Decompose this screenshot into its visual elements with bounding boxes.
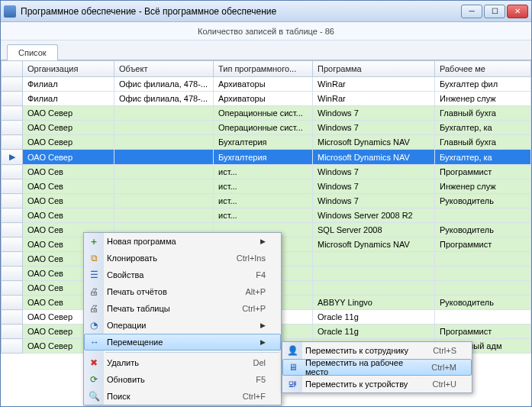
row-indicator xyxy=(2,296,23,310)
cell xyxy=(114,165,214,179)
menu-refresh[interactable]: ⟳ Обновить F5 xyxy=(84,371,281,388)
app-window: Программное обеспечение - Всё программно… xyxy=(0,0,532,407)
col-object[interactable]: Объект xyxy=(114,61,214,77)
tabstrip: Список xyxy=(1,40,531,60)
cell: Бухгалтер фил xyxy=(435,77,531,92)
cell: Microsoft Dynamics NAV xyxy=(313,150,435,165)
menu-print-table[interactable]: 🖨 Печать таблицы Ctrl+P xyxy=(84,300,281,317)
cell: Архиваторы xyxy=(214,92,313,106)
menu-move[interactable]: ↔ Перемещение ▶ xyxy=(84,334,281,350)
table-row[interactable]: ОАО СеверОперационные сист...Windows 7Гл… xyxy=(2,106,531,121)
table-row[interactable]: ФилиалОфис филиала, 478-...АрхиваторыWin… xyxy=(2,77,531,92)
cell: ист... xyxy=(214,179,313,194)
col-workplace[interactable]: Рабочее ме xyxy=(435,61,531,77)
menu-print-reports[interactable]: 🖨 Печать отчётов Alt+P xyxy=(84,283,281,300)
cell: Бухгалтерия xyxy=(214,135,313,150)
table-row[interactable]: ОАО Севист...Windows 7Руководитель xyxy=(2,194,531,208)
cell: Архиваторы xyxy=(214,77,313,92)
menu-operations[interactable]: ◔ Операции ▶ xyxy=(84,317,281,334)
table-row[interactable]: ОАО СеверБухгалтерияMicrosoft Dynamics N… xyxy=(2,135,531,150)
cell: Программист xyxy=(435,325,531,339)
cell: Microsoft Dynamics NAV xyxy=(313,237,435,252)
printer-icon: 🖨 xyxy=(88,302,100,315)
cell: Windows 7 xyxy=(313,106,435,121)
grid-container: Организация Объект Тип программного... П… xyxy=(1,60,531,406)
row-indicator xyxy=(2,310,23,325)
cell: Программист xyxy=(435,237,531,252)
menu-new-program[interactable]: ＋ Новая программа ▶ xyxy=(84,233,281,250)
row-indicator xyxy=(2,281,23,296)
titlebar: Программное обеспечение - Всё программно… xyxy=(1,1,531,22)
col-type[interactable]: Тип программного... xyxy=(214,61,313,77)
cell: Windows 7 xyxy=(313,179,435,194)
maximize-button[interactable]: ☐ xyxy=(484,5,505,18)
cell: Бухгалтер, ка xyxy=(435,121,531,135)
submenu-move-employee[interactable]: 👤 Переместить к сотруднику Ctrl+S xyxy=(282,342,472,359)
cell: Главный бухга xyxy=(435,106,531,121)
cell: ОАО Север xyxy=(23,121,114,135)
row-indicator xyxy=(2,92,23,106)
monitor-icon: 🖥 xyxy=(287,361,299,373)
menu-clone[interactable]: ⧉ Клонировать Ctrl+Ins xyxy=(84,250,281,266)
cell: Бухгалтерия xyxy=(214,150,313,165)
cell: Windows Server 2008 R2 xyxy=(313,208,435,223)
cell xyxy=(114,106,214,121)
window-controls: ─ ☐ ✕ xyxy=(461,5,528,18)
cell: Windows 7 xyxy=(313,194,435,208)
row-indicator: ▶ xyxy=(2,150,23,165)
cell: Windows 7 xyxy=(313,165,435,179)
delete-icon: ✖ xyxy=(88,357,100,369)
table-row[interactable]: ОАО СеверОперационные сист...Windows 7Бу… xyxy=(2,121,531,135)
submenu-move-device[interactable]: 🖳 Переместить к устройству Ctrl+U xyxy=(282,376,472,392)
table-row[interactable]: ОАО Севист...Windows 7Программист xyxy=(2,165,531,179)
app-icon xyxy=(4,5,16,18)
cell: Филиал xyxy=(23,92,114,106)
col-org[interactable]: Организация xyxy=(23,61,114,77)
cell: Операционные сист... xyxy=(214,106,313,121)
row-indicator xyxy=(2,208,23,223)
window-title: Программное обеспечение - Всё программно… xyxy=(21,6,461,17)
minimize-button[interactable]: ─ xyxy=(461,5,482,18)
table-row[interactable]: ОАО Севист...Windows Server 2008 R2 xyxy=(2,208,531,223)
menu-search[interactable]: 🔍 Поиск Ctrl+F xyxy=(84,388,281,405)
cell: Операционные сист... xyxy=(214,121,313,135)
row-indicator xyxy=(2,252,23,266)
cell: ОАО Сев xyxy=(23,179,114,194)
submenu-arrow-icon: ▶ xyxy=(260,321,266,329)
cell: ист... xyxy=(214,208,313,223)
cell: Руководитель xyxy=(435,296,531,310)
properties-icon: ☰ xyxy=(88,269,100,281)
menu-properties[interactable]: ☰ Свойства F4 xyxy=(84,266,281,283)
cell: Oracle 11g xyxy=(313,325,435,339)
cell: ОАО Сев xyxy=(23,208,114,223)
cell: Инженер служ xyxy=(435,92,531,106)
table-row[interactable]: ОАО Севист...Windows 7Инженер служ xyxy=(2,179,531,194)
close-button[interactable]: ✕ xyxy=(507,5,528,18)
table-row[interactable]: ФилиалОфис филиала, 478-...АрхиваторыWin… xyxy=(2,92,531,106)
cell: ABBYY Lingvo xyxy=(313,296,435,310)
table-row[interactable]: ▶ОАО СеверБухгалтерияMicrosoft Dynamics … xyxy=(2,150,531,165)
submenu-arrow-icon: ▶ xyxy=(260,237,266,245)
row-indicator xyxy=(2,165,23,179)
cell: ист... xyxy=(214,194,313,208)
cell xyxy=(114,150,214,165)
plus-icon: ＋ xyxy=(88,235,100,247)
menu-delete[interactable]: ✖ Удалить Del xyxy=(84,354,281,371)
col-indicator[interactable] xyxy=(2,61,23,77)
cell: Windows 7 xyxy=(313,121,435,135)
cell xyxy=(435,208,531,223)
cell xyxy=(114,135,214,150)
tab-list[interactable]: Список xyxy=(7,44,58,60)
cell: Офис филиала, 478-... xyxy=(114,92,214,106)
menu-separator xyxy=(105,352,279,353)
cell: Офис филиала, 478-... xyxy=(114,77,214,92)
cell xyxy=(114,194,214,208)
cell: ОАО Сев xyxy=(23,194,114,208)
cell: Главный бухга xyxy=(435,135,531,150)
cell: Microsoft Dynamics NAV xyxy=(313,135,435,150)
submenu-move-workplace[interactable]: 🖥 Переместить на рабочее место Ctrl+M xyxy=(282,359,472,376)
row-indicator xyxy=(2,223,23,237)
col-program[interactable]: Программа xyxy=(313,61,435,77)
context-menu: ＋ Новая программа ▶ ⧉ Клонировать Ctrl+I… xyxy=(83,232,282,405)
record-count-label: Количество записей в таблице - 86 xyxy=(1,22,531,40)
